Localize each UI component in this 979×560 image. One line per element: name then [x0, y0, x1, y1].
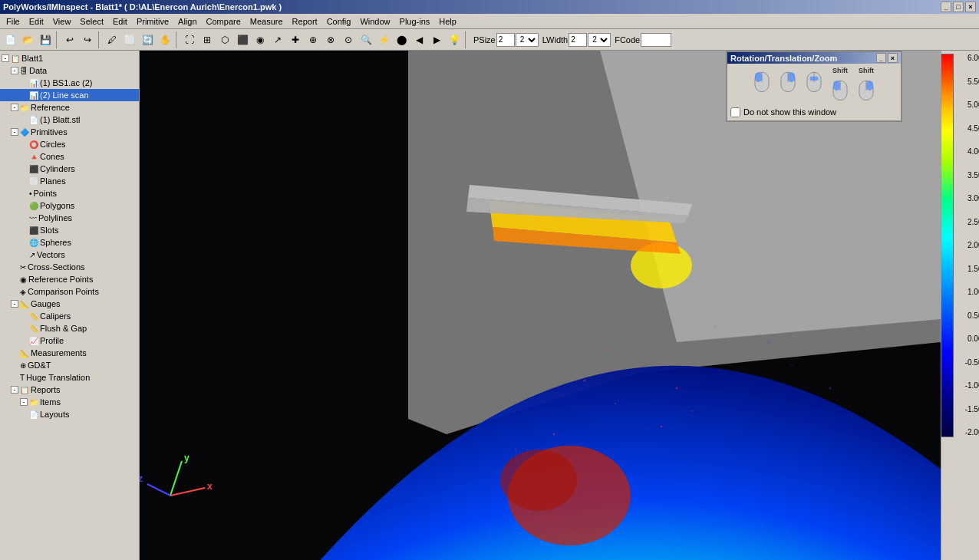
- expand-blatt1[interactable]: -: [2, 54, 9, 62]
- light-button[interactable]: 💡: [446, 31, 463, 48]
- menu-view[interactable]: View: [48, 16, 76, 27]
- sidebar-item-cones[interactable]: 🔺Cones: [0, 150, 139, 163]
- sidebar-item-cylinders[interactable]: ⬛Cylinders: [0, 163, 139, 175]
- menu-edit[interactable]: Edit: [25, 16, 48, 27]
- 3d-viewport[interactable]: x y z Rotation/Translation/Zoom _ ×: [140, 51, 941, 560]
- menu-config[interactable]: Config: [322, 16, 356, 27]
- menu-window[interactable]: Window: [355, 16, 394, 27]
- redo-button[interactable]: ↪: [79, 31, 96, 48]
- expand-reports[interactable]: -: [11, 386, 18, 394]
- sidebar-item-blatt1[interactable]: -📋Blatt1: [0, 52, 139, 64]
- psize-input[interactable]: [496, 33, 515, 47]
- sidebar-item-spheres[interactable]: 🌐Spheres: [0, 236, 139, 249]
- tool10-button[interactable]: ⊙: [340, 31, 357, 48]
- mouse-svg-2: [776, 67, 799, 96]
- sidebar-item-measurements[interactable]: 📐Measurements: [0, 347, 139, 359]
- sidebar-item-planes[interactable]: ⬜Planes: [0, 175, 139, 187]
- maximize-button[interactable]: □: [953, 2, 964, 12]
- menu-report[interactable]: Report: [288, 16, 322, 27]
- new-button[interactable]: 📄: [2, 31, 18, 48]
- psize-select[interactable]: 2: [516, 33, 539, 47]
- expand-items[interactable]: -: [20, 398, 28, 406]
- scale-label: -1.50: [955, 405, 980, 414]
- tool8-button[interactable]: ⊕: [305, 31, 321, 48]
- tree-icon-profile: 📈: [29, 337, 38, 345]
- sidebar-item-gauges[interactable]: -📐Gauges: [0, 298, 139, 310]
- sidebar-item-circles[interactable]: ⭕Circles: [0, 138, 139, 150]
- menu-compare[interactable]: Compare: [202, 16, 246, 27]
- pointer-button[interactable]: 🖊: [104, 31, 120, 48]
- lwidth-input[interactable]: [569, 33, 587, 47]
- menu-align[interactable]: Align: [173, 16, 201, 27]
- sidebar-item-blatt-stl[interactable]: 📄(1) Blatt.stl: [0, 114, 139, 126]
- sidebar-item-cross-sections[interactable]: ✂Cross-Sections: [0, 261, 139, 273]
- rotate-button[interactable]: 🔄: [139, 31, 156, 48]
- sidebar-item-data[interactable]: -🗄Data: [0, 64, 139, 77]
- tool7-button[interactable]: ✚: [287, 31, 304, 48]
- undo-button[interactable]: ↩: [61, 31, 78, 48]
- scale-label: 2.50: [955, 218, 980, 227]
- expand-reference[interactable]: -: [11, 104, 18, 111]
- sidebar-item-ref-points[interactable]: ◉Reference Points: [0, 273, 139, 285]
- menu-measure[interactable]: Measure: [246, 16, 288, 27]
- tool3-button[interactable]: ⬡: [216, 31, 233, 48]
- scale-wrapper: 6.005.505.004.504.003.503.002.502.001.50…: [941, 54, 979, 437]
- mouse-icon-1: [750, 67, 773, 104]
- sidebar-item-points[interactable]: •Points: [0, 187, 139, 199]
- menu-primitive[interactable]: Primitive: [132, 16, 173, 27]
- window-controls[interactable]: _ □ ×: [941, 2, 976, 12]
- sidebar-item-polygons[interactable]: 🟢Polygons: [0, 199, 139, 212]
- tool5-button[interactable]: ◉: [252, 31, 269, 48]
- save-button[interactable]: 💾: [37, 31, 54, 48]
- tool4-button[interactable]: ⬛: [234, 31, 251, 48]
- tool12-button[interactable]: ⚡: [375, 31, 392, 48]
- select-button[interactable]: ⬜: [121, 31, 138, 48]
- sidebar-item-flush-gap[interactable]: 📏Flush & Gap: [0, 322, 139, 334]
- mouse-icons-row: Shift Shift: [730, 67, 898, 104]
- sidebar-item-items[interactable]: -📁Items: [0, 396, 139, 408]
- sidebar-item-reports[interactable]: -📋Reports: [0, 384, 139, 396]
- sidebar-item-bs1[interactable]: 📊(1) BS1.ac (2): [0, 77, 139, 89]
- panel-close-button[interactable]: ×: [888, 53, 898, 63]
- tree-label-items: Items: [40, 397, 61, 407]
- menu-file[interactable]: File: [2, 16, 25, 27]
- fcode-input[interactable]: [641, 33, 671, 47]
- menu-select[interactable]: Select: [75, 16, 108, 27]
- scale-label: 3.00: [955, 194, 980, 203]
- open-button[interactable]: 📂: [19, 31, 36, 48]
- sidebar-item-vectors[interactable]: ↗Vectors: [0, 249, 139, 261]
- sidebar-item-calipers[interactable]: 📏Calipers: [0, 310, 139, 322]
- sidebar-item-profile[interactable]: 📈Profile: [0, 334, 139, 347]
- panel-minimize-button[interactable]: _: [876, 53, 886, 63]
- tool2-button[interactable]: ⊞: [199, 31, 216, 48]
- do-not-show-checkbox[interactable]: [730, 107, 740, 117]
- sidebar-item-gdt[interactable]: ⊕GD&T: [0, 359, 139, 371]
- tool11-button[interactable]: 🔍: [358, 31, 374, 48]
- menu-plugins[interactable]: Plug-ins: [395, 16, 435, 27]
- tool15-button[interactable]: ▶: [428, 31, 445, 48]
- sidebar-item-layouts[interactable]: 📄Layouts: [0, 408, 139, 420]
- tool6-button[interactable]: ↗: [269, 31, 286, 48]
- expand-gauges[interactable]: -: [11, 300, 18, 308]
- expand-primitives[interactable]: -: [11, 128, 18, 136]
- sidebar-item-primitives[interactable]: -🔷Primitives: [0, 126, 139, 138]
- svg-point-20: [661, 426, 663, 428]
- sidebar-item-huge-translation[interactable]: THuge Translation: [0, 371, 139, 384]
- tool14-button[interactable]: ◀: [410, 31, 427, 48]
- lwidth-select[interactable]: 2: [588, 33, 611, 47]
- tree-label-spheres: Spheres: [40, 238, 71, 247]
- tool9-button[interactable]: ⊗: [322, 31, 339, 48]
- tool1-button[interactable]: ⛶: [181, 31, 198, 48]
- pan-button[interactable]: ✋: [157, 31, 173, 48]
- sidebar-item-polylines[interactable]: 〰Polylines: [0, 212, 139, 224]
- tool13-button[interactable]: ⬤: [393, 31, 410, 48]
- sidebar-item-comp-points[interactable]: ◈Comparison Points: [0, 285, 139, 298]
- close-button[interactable]: ×: [965, 2, 976, 12]
- menu-edit2[interactable]: Edit: [108, 16, 132, 27]
- sidebar-item-linescan[interactable]: 📊(2) Line scan: [0, 89, 139, 101]
- expand-data[interactable]: -: [11, 67, 18, 74]
- sidebar-item-slots[interactable]: ⬛Slots: [0, 224, 139, 236]
- menu-help[interactable]: Help: [434, 16, 461, 27]
- sidebar-item-reference[interactable]: -📁Reference: [0, 101, 139, 114]
- minimize-button[interactable]: _: [941, 2, 951, 12]
